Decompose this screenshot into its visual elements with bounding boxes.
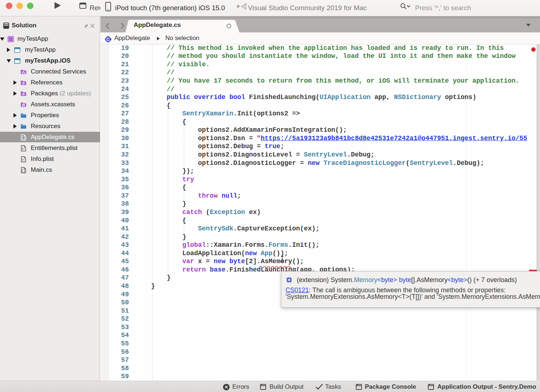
svg-text:{}: {}	[21, 169, 26, 173]
svg-text:C: C	[106, 37, 110, 42]
svg-text:{}: {}	[21, 136, 26, 140]
